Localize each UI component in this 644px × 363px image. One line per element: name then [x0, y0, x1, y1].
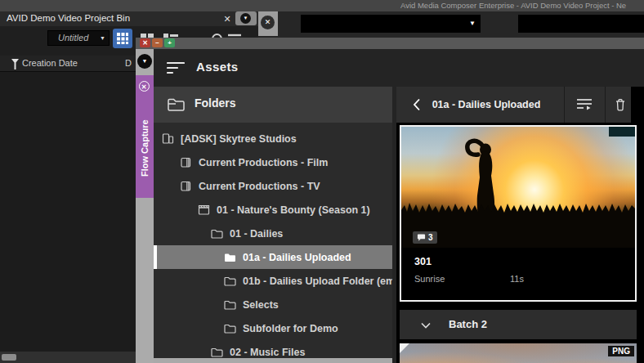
clapperboard-icon	[198, 204, 210, 216]
clip-thumbnail-sunrise[interactable]: 3	[401, 127, 635, 248]
folder-icon	[211, 347, 223, 358]
bin-titlebar: AVID Demo Video Project Bin ✕ ▼	[0, 11, 258, 26]
tree-item-01-dailies[interactable]: 01 - Dailies	[154, 222, 392, 245]
comment-count: 3	[428, 233, 433, 242]
clip-subtitle: Sunrise	[414, 274, 445, 284]
thumbnail-corner-badge	[609, 127, 635, 137]
assets-header: Assets	[154, 49, 644, 87]
clip-card-301[interactable]: 3 301 Sunrise 11s	[400, 125, 637, 302]
tree-item-label: 01 - Nature's Bounty (Season 1)	[217, 204, 370, 216]
clips-header-title: 01a - Dailies Uploaded	[421, 99, 552, 110]
clip-thumbnail-png[interactable]: PNG	[400, 343, 637, 363]
folder-icon	[224, 276, 236, 287]
scrollbar-thumb[interactable]	[2, 354, 16, 361]
flow-capture-tab[interactable]: ✕ Flow Capture	[136, 75, 154, 198]
folded-corner-marker	[400, 343, 409, 353]
chevron-down-icon: ▼	[469, 20, 476, 27]
app-screen: Avid Media Composer Enterprise - AVID De…	[0, 0, 644, 363]
batch-title: Batch 2	[449, 318, 487, 330]
tree-item-label: 01a - Dailies Uploaded	[243, 252, 351, 263]
flow-capture-tab-label: Flow Capture	[136, 103, 154, 193]
header-divider	[564, 87, 565, 123]
assets-title: Assets	[196, 60, 239, 74]
window-maximize-button[interactable]: +	[164, 38, 175, 47]
tree-item-label: Current Productions - Film	[199, 157, 328, 168]
tree-item-label: Selects	[243, 299, 279, 311]
folders-panel: Folders [ADSK] Skytree Studios Current P…	[154, 87, 392, 363]
flow-window-titlebar: ✕ − +	[136, 38, 644, 49]
chevron-down-icon: ▼	[240, 13, 251, 24]
comment-badge[interactable]: 3	[413, 231, 437, 244]
close-icon[interactable]: ✕	[139, 81, 150, 92]
tree-item-label: Current Productions - TV	[199, 181, 320, 192]
trash-icon[interactable]	[614, 97, 627, 112]
tree-item-productions-tv[interactable]: Current Productions - TV	[154, 174, 392, 198]
bin-preset-dropdown[interactable]: Untitled ▼	[47, 30, 110, 46]
close-icon[interactable]: ✕	[261, 16, 275, 29]
grid-view-button[interactable]	[113, 29, 132, 48]
production-icon	[180, 156, 192, 168]
tree-item-01b-dailies-upload-folder[interactable]: 01b - Dailies Upload Folder (emp	[154, 269, 392, 293]
sort-pin-icon[interactable]	[11, 58, 20, 70]
sunrise-silhouette-art	[401, 127, 635, 248]
flow-content: Assets Folders [ADSK] Skytree Studios	[154, 49, 644, 363]
folder-icon	[211, 228, 223, 240]
collapse-arrow-button[interactable]: ▼	[137, 54, 152, 69]
batch-2-section-header[interactable]: Batch 2	[400, 310, 637, 339]
grid-icon	[113, 29, 132, 48]
tree-item-label: 01 - Dailies	[230, 228, 283, 240]
bin-horizontal-scrollbar[interactable]	[0, 352, 136, 363]
tree-item-label: 01b - Dailies Upload Folder (emp	[243, 276, 392, 287]
tree-item-subfolder-for-demo[interactable]: Subfolder for Demo	[154, 316, 392, 340]
chevron-down-icon: ▼	[100, 31, 105, 45]
folder-icon	[224, 299, 236, 311]
tree-item-skytree-studios[interactable]: [ADSK] Skytree Studios	[154, 127, 392, 150]
folder-icon	[224, 323, 236, 334]
filter-menu-icon[interactable]	[167, 61, 185, 75]
bin-close-icon[interactable]: ✕	[221, 12, 234, 25]
tree-item-natures-bounty[interactable]: 01 - Nature's Bounty (Season 1)	[154, 198, 392, 222]
playlist-view-icon[interactable]	[576, 97, 593, 112]
back-chevron-icon[interactable]	[413, 98, 421, 111]
tree-item-label: Subfolder for Demo	[243, 323, 338, 334]
production-icon	[180, 180, 192, 192]
header-divider	[605, 87, 606, 123]
organization-icon	[162, 132, 174, 145]
bin-preset-value: Untitled	[58, 33, 88, 43]
tree-item-label: 02 - Music Files	[230, 347, 305, 358]
flow-capture-window: ✕ − + ▼ ✕ Flow Capture Assets	[136, 38, 644, 363]
window-close-button[interactable]: ✕	[140, 38, 150, 47]
folders-header[interactable]: Folders	[154, 87, 392, 123]
tree-item-selects[interactable]: Selects	[154, 293, 392, 316]
folder-tree: [ADSK] Skytree Studios Current Productio…	[154, 123, 392, 363]
tree-item-label: [ADSK] Skytree Studios	[181, 133, 297, 145]
png-badge: PNG	[608, 346, 634, 356]
tree-item-01a-dailies-uploaded[interactable]: 01a - Dailies Uploaded	[154, 245, 392, 269]
bin-title: AVID Demo Video Project Bin	[7, 13, 130, 23]
chevron-down-icon[interactable]	[421, 322, 431, 329]
clip-info: 301 Sunrise 11s	[401, 248, 635, 300]
column-header-creation-date[interactable]: Creation Date	[22, 58, 78, 68]
window-minimize-button[interactable]: −	[152, 38, 163, 47]
tree-item-productions-film[interactable]: Current Productions - Film	[154, 150, 392, 174]
collapsed-panel-tab: ✕	[258, 11, 278, 36]
clip-name: 301	[414, 256, 432, 267]
clips-header: 01a - Dailies Uploaded	[396, 87, 631, 123]
tool-dropdown-field[interactable]: ▼	[301, 15, 481, 33]
column-header-d[interactable]: D	[125, 58, 132, 68]
bin-expand-button[interactable]: ▼	[235, 11, 257, 25]
clip-duration: 11s	[510, 274, 524, 284]
folder-icon	[224, 252, 236, 263]
folders-scrollbar[interactable]	[154, 358, 392, 363]
selection-bar	[154, 245, 157, 269]
window-title: Avid Media Composer Enterprise - AVID De…	[400, 1, 626, 10]
os-titlebar: Avid Media Composer Enterprise - AVID De…	[0, 0, 644, 11]
comment-bubble-icon	[417, 233, 426, 242]
flow-side-strip: ▼ ✕ Flow Capture	[136, 49, 154, 363]
clips-panel: 01a - Dailies Uploaded	[396, 87, 644, 363]
tool-input-field[interactable]	[518, 15, 644, 33]
folder-icon	[167, 96, 186, 113]
folders-title: Folders	[195, 96, 236, 110]
